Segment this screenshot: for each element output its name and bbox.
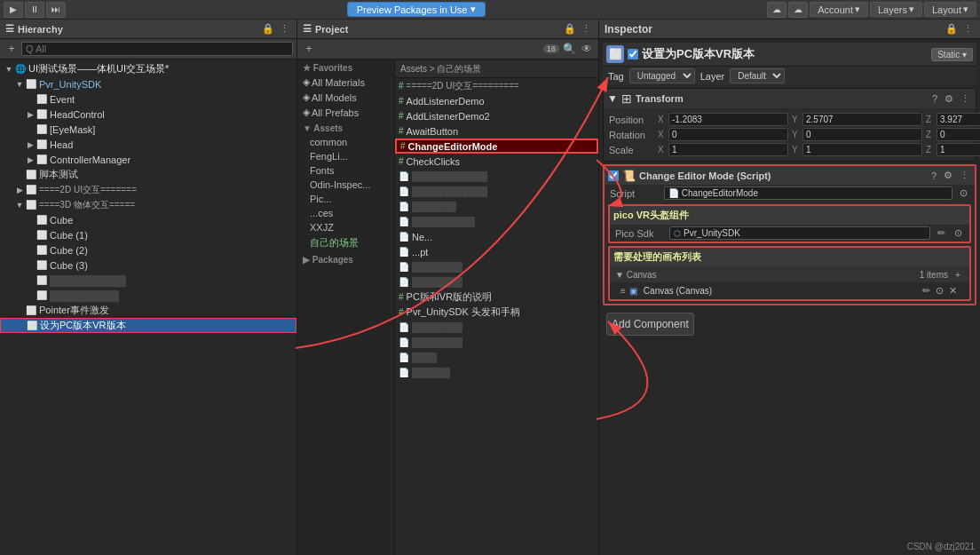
sidebar-fonts[interactable]: Fonts — [297, 163, 394, 178]
layout-button[interactable]: Layout ▾ — [924, 2, 976, 17]
file-pvr-sdk-head[interactable]: # Pvr_UnitySDK 头发和手柄 — [395, 305, 598, 320]
rotation-z-input[interactable] — [937, 128, 980, 141]
project-lock-icon[interactable]: 🔒 — [562, 22, 578, 36]
sidebar-ces[interactable]: ...ces — [297, 206, 394, 220]
file-change-editor-mode[interactable]: # ChangeEditorMode — [395, 139, 598, 154]
script-menu-icon[interactable]: ⋮ — [958, 169, 971, 182]
file-pc-vr-explain[interactable]: # PC版和VR版的说明 — [395, 289, 598, 305]
file-blurred-3[interactable]: 📄 ████████████ — [395, 169, 598, 184]
project-add-button[interactable]: + — [301, 41, 317, 57]
canvas-item-eye-icon[interactable]: ⊙ — [934, 284, 945, 297]
file-blurred-10[interactable]: 📄 ████████ — [395, 335, 598, 350]
layers-button[interactable]: Layers ▾ — [870, 2, 922, 17]
script-link-icon[interactable]: ⊙ — [958, 186, 969, 200]
canvas-item-delete-icon[interactable]: ✕ — [947, 284, 959, 297]
sidebar-common[interactable]: common — [297, 135, 394, 149]
tree-item-event[interactable]: ⬜ Event — [0, 91, 296, 107]
pico-link-icon[interactable]: ⊙ — [952, 226, 964, 240]
sidebar-all-models[interactable]: ◈ All Models — [297, 90, 394, 105]
file-ne[interactable]: 📄 Ne... — [395, 229, 598, 244]
tree-item-pvr-sdk[interactable]: ▼ ⬜ Pvr_UnitySDK — [0, 76, 296, 91]
transform-help-icon[interactable]: ? — [930, 92, 939, 105]
cloud-button[interactable]: ☁ — [788, 2, 808, 18]
transform-header[interactable]: ▼ ⊞ Transform ? ⚙ ⋮ — [604, 89, 976, 108]
position-y-input[interactable] — [802, 113, 922, 126]
tree-item-script-test[interactable]: ⬜ 脚本测试 — [0, 167, 296, 182]
layer-select[interactable]: Default — [730, 68, 785, 83]
file-blurred-4[interactable]: 📄 ████████████ — [395, 184, 598, 199]
account-button[interactable]: Account ▾ — [810, 2, 868, 17]
sidebar-all-prefabs[interactable]: ◈ All Prefabs — [297, 105, 394, 120]
file-pt[interactable]: 📄 ...pt — [395, 244, 598, 259]
inspector-menu-icon[interactable]: ⋮ — [961, 22, 975, 36]
static-button[interactable]: Static ▾ — [931, 48, 973, 61]
hierarchy-lock-icon[interactable]: 🔒 — [260, 22, 276, 36]
hierarchy-search-input[interactable] — [21, 42, 293, 56]
script-help-icon[interactable]: ? — [929, 170, 938, 182]
position-z-input[interactable] — [937, 113, 980, 126]
project-search-button[interactable]: 🔍 — [561, 41, 577, 57]
file-blurred-5[interactable]: 📄 ███████ — [395, 199, 598, 214]
tree-item-cube1[interactable]: ⬜ Cube (1) — [0, 227, 296, 242]
sidebar-fengli[interactable]: FengLi... — [297, 149, 394, 163]
tree-item-ui-scene[interactable]: ▼ 🌐 UI测试场景——体机UI交互场景* — [0, 61, 296, 76]
tree-item-head[interactable]: ▶ ⬜ Head — [0, 137, 296, 152]
tree-item-controller-manager[interactable]: ▶ ⬜ ControllerManager — [0, 152, 296, 167]
scale-y-input[interactable] — [802, 143, 922, 156]
sidebar-all-materials[interactable]: ◈ All Materials — [297, 75, 394, 90]
file-check-clicks[interactable]: # CheckClicks — [395, 154, 598, 169]
tree-item-set-pc-vr[interactable]: ⬜ 设为PC版本VR版本 — [0, 318, 296, 333]
add-component-button[interactable]: Add Component — [606, 313, 694, 336]
go-enabled-checkbox[interactable] — [628, 49, 638, 59]
file-add-listener-demo2[interactable]: # AddListenerDemo2 — [395, 108, 598, 123]
file-await-button[interactable]: # AwaitButton — [395, 123, 598, 139]
project-eye-button[interactable]: 👁 — [579, 41, 595, 57]
sidebar-pic[interactable]: Pic... — [297, 192, 394, 206]
tree-item-cube3[interactable]: ⬜ Cube (3) — [0, 258, 296, 273]
transform-menu-icon[interactable]: ⋮ — [959, 92, 972, 106]
collab-button[interactable]: ☁ — [767, 2, 786, 18]
sidebar-zijide[interactable]: 自己的场景 — [297, 234, 394, 251]
tree-item-blurred1[interactable]: ⬜ ███████████ — [0, 273, 296, 288]
play-button[interactable]: ▶ — [4, 2, 23, 18]
script-enabled-checkbox[interactable] — [608, 170, 619, 181]
tree-item-cube2[interactable]: ⬜ Cube (2) — [0, 242, 296, 258]
file-blurred-6[interactable]: 📄 ██████████ — [395, 214, 598, 229]
tree-item-pointer[interactable]: ⬜ Pointer事件激发 — [0, 303, 296, 318]
file-blurred-7[interactable]: 📄 ████████ — [395, 259, 598, 274]
file-blurred-9[interactable]: 📄 ████████ — [395, 320, 598, 335]
tree-item-cube[interactable]: ⬜ Cube — [0, 212, 296, 227]
file-blurred-11[interactable]: 📄 ████ — [395, 350, 598, 365]
position-x-input[interactable] — [668, 113, 788, 126]
canvas-add-button[interactable]: + — [952, 268, 964, 281]
file-2d-header[interactable]: # =====2D UI交互========= — [395, 78, 598, 93]
tree-item-3d-section[interactable]: ▼ ⬜ ====3D 物体交互===== — [0, 197, 296, 212]
sidebar-odin[interactable]: Odin-Inspec... — [297, 178, 394, 192]
step-button[interactable]: ⏭ — [46, 2, 66, 18]
tree-item-head-control[interactable]: ▶ ⬜ HeadControl — [0, 107, 296, 122]
hierarchy-menu-icon[interactable]: ⋮ — [278, 22, 291, 36]
tree-item-blurred2[interactable]: ⬜ ██████████ — [0, 288, 296, 303]
project-menu-icon[interactable]: ⋮ — [580, 22, 593, 36]
tree-item-2d-section[interactable]: ▶ ⬜ ====2D UI交互======= — [0, 182, 296, 197]
file-blurred-12[interactable]: 📄 ██████ — [395, 365, 598, 380]
tree-item-eye-mask[interactable]: ⬜ [EyeMask] — [0, 122, 296, 137]
scene-icon: 🌐 — [14, 63, 27, 75]
pause-button[interactable]: ⏸ — [25, 2, 44, 18]
hierarchy-add-button[interactable]: + — [4, 41, 20, 57]
canvas-item-edit-icon[interactable]: ✏ — [921, 284, 932, 297]
scale-x-input[interactable] — [668, 143, 788, 156]
preview-packages-button[interactable]: Preview Packages in Use ▾ — [347, 2, 486, 17]
sidebar-xxjz[interactable]: XXJZ — [297, 220, 394, 234]
file-blurred-8[interactable]: 📄 ████████ — [395, 274, 598, 289]
scale-z-input[interactable] — [937, 143, 980, 156]
tag-select[interactable]: Untagged — [629, 68, 695, 83]
rotation-x-input[interactable] — [668, 128, 788, 141]
inspector-lock-icon[interactable]: 🔒 — [944, 22, 960, 36]
script-settings-icon[interactable]: ⚙ — [942, 169, 954, 182]
file-add-listener-demo[interactable]: # AddListenerDemo — [395, 93, 598, 108]
rotation-y-input[interactable] — [802, 128, 922, 141]
script-component-header[interactable]: 📜 Change Editor Mode (Script) ? ⚙ ⋮ — [605, 166, 975, 185]
pico-edit-icon[interactable]: ✏ — [936, 226, 947, 240]
transform-settings-icon[interactable]: ⚙ — [943, 92, 955, 106]
